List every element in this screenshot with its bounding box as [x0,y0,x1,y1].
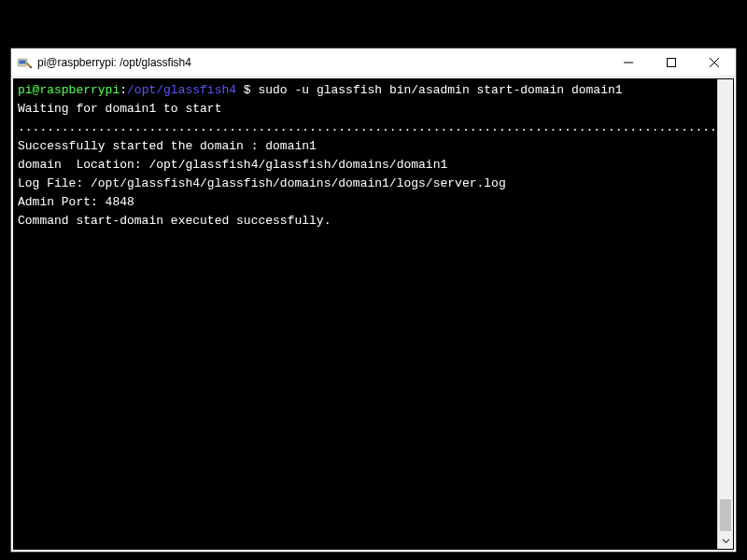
output-line: Successfully started the domain : domain… [18,139,317,153]
maximize-button[interactable] [650,49,693,76]
window-title: pi@raspberrypi: /opt/glassfish4 [37,56,191,69]
terminal-area: pi@raspberrypi:/opt/glassfish4 $ sudo -u… [13,78,734,550]
command-text: sudo -u glassfish bin/asadmin start-doma… [258,83,622,97]
minimize-button[interactable] [607,49,650,76]
window-controls [607,49,736,76]
titlebar[interactable]: pi@raspberrypi: /opt/glassfish4 [11,49,736,77]
output-line: Log File: /opt/glassfish4/glassfish/doma… [18,176,506,190]
svg-rect-1 [20,60,26,63]
output-line: domain Location: /opt/glassfish4/glassfi… [18,158,447,172]
close-button[interactable] [693,49,736,76]
output-line: Waiting for domain1 to start ...........… [18,102,717,134]
scrollbar-track[interactable] [718,79,733,533]
output-line: Command start-domain executed successful… [18,214,331,228]
chevron-down-icon[interactable] [718,533,733,549]
output-line: Admin Port: 4848 [18,195,134,209]
prompt-colon: : [120,83,127,97]
terminal-output[interactable]: pi@raspberrypi:/opt/glassfish4 $ sudo -u… [14,79,717,549]
prompt-symbol: $ [236,83,258,97]
prompt-userhost: pi@raspberrypi [18,83,120,97]
terminal-window: pi@raspberrypi: /opt/glassfish4 pi@raspb… [10,48,737,553]
scrollbar-thumb[interactable] [720,499,731,531]
putty-icon [17,55,32,70]
svg-rect-3 [668,58,676,66]
vertical-scrollbar[interactable] [717,79,733,549]
prompt-path: /opt/glassfish4 [127,83,236,97]
